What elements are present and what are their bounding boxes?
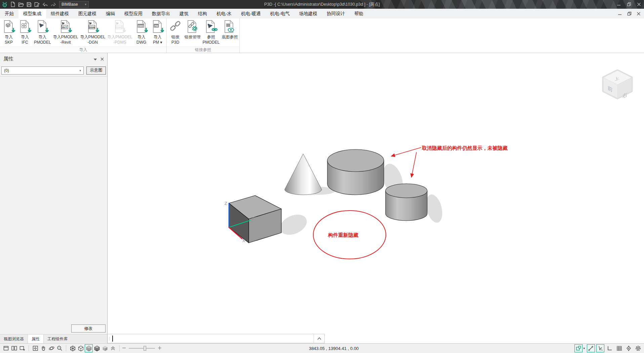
modify-button[interactable]: 修改 [71,324,106,333]
ribbon-group-import: 导入 SKP 导入 IFC 导入 PMODEL [0,18,167,53]
tab-model-application[interactable]: 模型应用 [120,9,147,18]
redo-icon[interactable] [50,1,56,8]
link-p3d-icon [168,19,183,34]
tile-viewports-icon[interactable] [10,344,18,352]
schematic-button[interactable]: 示意图 [86,67,106,75]
doc-minimize-button[interactable] [615,10,625,18]
view-cube[interactable]: 上 前 右 [603,71,632,99]
save-icon[interactable] [26,1,32,8]
add-viewport-icon[interactable] [18,344,26,352]
tab-data-export[interactable]: 数据导出 [147,9,175,18]
import-pmodel-revit-button[interactable]: RVT 导入PMODEL -Revit [52,19,79,46]
zoom-slider-handle[interactable] [144,346,146,351]
minimize-button[interactable] [614,0,624,9]
tab-mep-hvac[interactable]: 机电-暖通 [236,9,266,18]
panel-collapse-icon[interactable] [93,56,97,62]
shaded-edges-mode-icon[interactable] [93,344,101,352]
annotation-note-text: 取消隐藏后的构件仍然显示，未被隐藏 [421,145,508,151]
import-pmodel-button[interactable]: 导入 PMODEL [33,19,52,46]
object-snap-icon[interactable] [574,344,582,352]
large-cylinder-model[interactable] [327,149,384,195]
open-file-icon[interactable] [17,1,24,8]
axis-z-label: Z [225,201,227,206]
new-file-icon[interactable] [9,1,16,8]
chevron-down-icon: ▾ [85,3,86,6]
properties-panel-body [0,77,107,323]
zoom-extents-icon[interactable] [31,344,39,352]
command-history-expand-button[interactable] [314,334,324,343]
new-viewport-icon[interactable] [2,344,10,352]
tab-view-browser[interactable]: 视图浏览器 [0,335,28,343]
more-modes-chevron-icon[interactable] [109,344,117,352]
tab-component-library[interactable]: 工程组件库 [44,335,71,343]
command-input[interactable] [112,334,314,343]
svg-text:DWG: DWG [138,25,144,27]
panel-close-icon[interactable] [100,56,104,62]
zoom-window-icon[interactable] [55,344,64,352]
tab-mep-water[interactable]: 机电-水 [212,9,236,18]
import-ifc-button[interactable]: 导入 IFC [17,19,33,46]
link-manager-button[interactable]: 链接管理 [184,19,202,46]
cone-model[interactable] [285,154,322,195]
zoom-in-icon[interactable] [158,345,162,351]
small-cylinder-model[interactable] [386,184,427,221]
import-pmodel-dgn-icon: DGN [86,19,100,34]
doc-close-button[interactable] [634,10,643,18]
workspace-selector-value: BIMBase [62,2,78,7]
command-bar-grip[interactable]: ⋮ [108,334,112,343]
tab-start[interactable]: 开始 [0,9,18,18]
application-window: BIMBase ▾ P3D -[ C:\Users\Administrator\… [0,0,644,353]
tab-collaboration[interactable]: 协同设计 [322,9,350,18]
wireframe-mode-icon[interactable] [69,344,77,352]
cube-model[interactable] [229,195,281,243]
import-dwg-button[interactable]: DWG 导入 DWG [133,19,150,46]
import-skp-button[interactable]: 导入 SKP [1,19,17,46]
tab-element-modeling[interactable]: 图元建模 [74,9,101,18]
snap-options-caret-icon[interactable]: ▾ [583,347,585,350]
properties-panel: 属性 (0) ▾ 示意图 修改 [0,53,108,343]
pan-icon[interactable] [39,344,47,352]
svg-text:DGN: DGN [89,26,95,29]
text-caret [112,336,113,342]
reference-pmodel-button[interactable]: 参照 PMODEL [202,19,221,46]
tab-component-modeling[interactable]: 组件建模 [46,9,74,18]
grid-icon[interactable] [615,344,623,352]
axis-y-label: Y [251,216,254,221]
zoom-slider-track[interactable] [129,348,155,349]
tab-model-integration[interactable]: 模型集成 [18,9,46,18]
tab-help[interactable]: 帮助 [350,9,368,18]
undo-icon[interactable] [42,1,48,8]
import-pmodel-pdms-button: PDMS 导入PMODEL -PDMS [106,19,133,46]
zoom-slider[interactable] [122,345,162,351]
command-bar: ⋮ [108,334,325,343]
orbit-icon[interactable] [47,344,55,352]
tab-mep-electrical[interactable]: 机电-电气 [266,9,295,18]
import-pm-button[interactable]: PM 导入 PM ▾ [150,19,166,46]
import-pmodel-dgn-button[interactable]: DGN 导入PMODEL -DGN [79,19,106,46]
ortho-icon[interactable] [606,344,614,352]
tab-properties[interactable]: 属性 [28,335,44,343]
status-bar: 3843.05 , 13904.41 , 0.00 ▾ [0,343,644,353]
settings-gear-icon[interactable] [634,344,642,352]
save-as-icon[interactable] [34,1,40,8]
move-gizmo-icon[interactable] [625,344,633,352]
tab-site-modeling[interactable]: 场地建模 [294,9,322,18]
hidden-line-mode-icon[interactable] [77,344,85,352]
shaded-mode-icon[interactable] [85,344,93,352]
doc-restore-button[interactable] [625,10,634,18]
selection-dropdown[interactable]: (0) ▾ [1,67,84,75]
zoom-out-icon[interactable] [122,345,126,351]
viewport-3d[interactable]: Z Y X [108,53,644,343]
tab-edit[interactable]: 编辑 [101,9,120,18]
realistic-mode-icon[interactable] [101,344,109,352]
close-button[interactable] [634,0,644,9]
workspace-selector[interactable]: BIMBase ▾ [59,1,89,8]
polar-snap-icon[interactable] [596,344,604,352]
link-p3d-button[interactable]: 链接 P3D [167,19,184,46]
basemap-reference-button[interactable]: 底图参照 [220,19,239,46]
angle-snap-icon[interactable] [587,344,595,352]
tab-structure[interactable]: 结构 [193,9,212,18]
ribbon: 导入 SKP 导入 IFC 导入 PMODEL [0,18,644,53]
restore-button[interactable] [624,0,634,9]
tab-architecture[interactable]: 建筑 [175,9,193,18]
